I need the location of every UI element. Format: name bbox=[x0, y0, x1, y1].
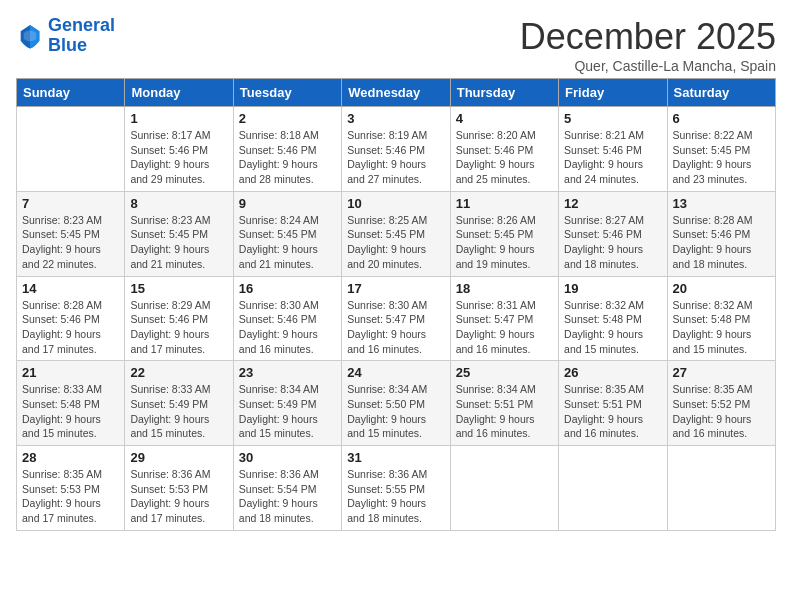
day-info: Sunrise: 8:34 AM Sunset: 5:49 PM Dayligh… bbox=[239, 382, 336, 441]
calendar-cell: 15 Sunrise: 8:29 AM Sunset: 5:46 PM Dayl… bbox=[125, 276, 233, 361]
calendar-week-row: 7 Sunrise: 8:23 AM Sunset: 5:45 PM Dayli… bbox=[17, 191, 776, 276]
calendar-cell: 31 Sunrise: 8:36 AM Sunset: 5:55 PM Dayl… bbox=[342, 446, 450, 531]
calendar-cell: 11 Sunrise: 8:26 AM Sunset: 5:45 PM Dayl… bbox=[450, 191, 558, 276]
day-number: 23 bbox=[239, 365, 336, 380]
day-info: Sunrise: 8:24 AM Sunset: 5:45 PM Dayligh… bbox=[239, 213, 336, 272]
day-info: Sunrise: 8:33 AM Sunset: 5:49 PM Dayligh… bbox=[130, 382, 227, 441]
calendar-cell: 27 Sunrise: 8:35 AM Sunset: 5:52 PM Dayl… bbox=[667, 361, 775, 446]
calendar-cell bbox=[450, 446, 558, 531]
day-info: Sunrise: 8:32 AM Sunset: 5:48 PM Dayligh… bbox=[673, 298, 770, 357]
day-number: 22 bbox=[130, 365, 227, 380]
day-info: Sunrise: 8:34 AM Sunset: 5:50 PM Dayligh… bbox=[347, 382, 444, 441]
day-info: Sunrise: 8:17 AM Sunset: 5:46 PM Dayligh… bbox=[130, 128, 227, 187]
day-info: Sunrise: 8:34 AM Sunset: 5:51 PM Dayligh… bbox=[456, 382, 553, 441]
calendar-cell: 23 Sunrise: 8:34 AM Sunset: 5:49 PM Dayl… bbox=[233, 361, 341, 446]
weekday-header: Monday bbox=[125, 79, 233, 107]
day-number: 16 bbox=[239, 281, 336, 296]
calendar-cell bbox=[667, 446, 775, 531]
day-number: 13 bbox=[673, 196, 770, 211]
day-number: 8 bbox=[130, 196, 227, 211]
day-info: Sunrise: 8:36 AM Sunset: 5:53 PM Dayligh… bbox=[130, 467, 227, 526]
day-number: 31 bbox=[347, 450, 444, 465]
day-number: 30 bbox=[239, 450, 336, 465]
day-info: Sunrise: 8:28 AM Sunset: 5:46 PM Dayligh… bbox=[22, 298, 119, 357]
calendar-week-row: 28 Sunrise: 8:35 AM Sunset: 5:53 PM Dayl… bbox=[17, 446, 776, 531]
weekday-header: Saturday bbox=[667, 79, 775, 107]
day-number: 17 bbox=[347, 281, 444, 296]
day-info: Sunrise: 8:35 AM Sunset: 5:53 PM Dayligh… bbox=[22, 467, 119, 526]
day-number: 21 bbox=[22, 365, 119, 380]
calendar-table: SundayMondayTuesdayWednesdayThursdayFrid… bbox=[16, 78, 776, 531]
day-number: 9 bbox=[239, 196, 336, 211]
day-number: 28 bbox=[22, 450, 119, 465]
day-info: Sunrise: 8:23 AM Sunset: 5:45 PM Dayligh… bbox=[130, 213, 227, 272]
day-number: 4 bbox=[456, 111, 553, 126]
day-info: Sunrise: 8:27 AM Sunset: 5:46 PM Dayligh… bbox=[564, 213, 661, 272]
day-number: 10 bbox=[347, 196, 444, 211]
day-info: Sunrise: 8:35 AM Sunset: 5:52 PM Dayligh… bbox=[673, 382, 770, 441]
calendar-cell bbox=[17, 107, 125, 192]
subtitle: Quer, Castille-La Mancha, Spain bbox=[520, 58, 776, 74]
calendar-cell: 20 Sunrise: 8:32 AM Sunset: 5:48 PM Dayl… bbox=[667, 276, 775, 361]
day-info: Sunrise: 8:30 AM Sunset: 5:46 PM Dayligh… bbox=[239, 298, 336, 357]
day-info: Sunrise: 8:25 AM Sunset: 5:45 PM Dayligh… bbox=[347, 213, 444, 272]
day-number: 11 bbox=[456, 196, 553, 211]
calendar-cell: 2 Sunrise: 8:18 AM Sunset: 5:46 PM Dayli… bbox=[233, 107, 341, 192]
logo-icon bbox=[16, 22, 44, 50]
calendar-cell: 19 Sunrise: 8:32 AM Sunset: 5:48 PM Dayl… bbox=[559, 276, 667, 361]
day-info: Sunrise: 8:36 AM Sunset: 5:54 PM Dayligh… bbox=[239, 467, 336, 526]
day-number: 27 bbox=[673, 365, 770, 380]
calendar-cell: 9 Sunrise: 8:24 AM Sunset: 5:45 PM Dayli… bbox=[233, 191, 341, 276]
day-info: Sunrise: 8:22 AM Sunset: 5:45 PM Dayligh… bbox=[673, 128, 770, 187]
calendar-cell: 26 Sunrise: 8:35 AM Sunset: 5:51 PM Dayl… bbox=[559, 361, 667, 446]
day-number: 20 bbox=[673, 281, 770, 296]
calendar-cell: 22 Sunrise: 8:33 AM Sunset: 5:49 PM Dayl… bbox=[125, 361, 233, 446]
calendar-cell: 4 Sunrise: 8:20 AM Sunset: 5:46 PM Dayli… bbox=[450, 107, 558, 192]
weekday-header: Thursday bbox=[450, 79, 558, 107]
calendar-cell: 8 Sunrise: 8:23 AM Sunset: 5:45 PM Dayli… bbox=[125, 191, 233, 276]
weekday-header: Sunday bbox=[17, 79, 125, 107]
day-info: Sunrise: 8:33 AM Sunset: 5:48 PM Dayligh… bbox=[22, 382, 119, 441]
day-info: Sunrise: 8:26 AM Sunset: 5:45 PM Dayligh… bbox=[456, 213, 553, 272]
calendar-cell: 1 Sunrise: 8:17 AM Sunset: 5:46 PM Dayli… bbox=[125, 107, 233, 192]
day-number: 5 bbox=[564, 111, 661, 126]
day-number: 14 bbox=[22, 281, 119, 296]
day-number: 29 bbox=[130, 450, 227, 465]
calendar-cell bbox=[559, 446, 667, 531]
day-number: 12 bbox=[564, 196, 661, 211]
calendar-cell: 5 Sunrise: 8:21 AM Sunset: 5:46 PM Dayli… bbox=[559, 107, 667, 192]
day-info: Sunrise: 8:30 AM Sunset: 5:47 PM Dayligh… bbox=[347, 298, 444, 357]
day-info: Sunrise: 8:18 AM Sunset: 5:46 PM Dayligh… bbox=[239, 128, 336, 187]
calendar-cell: 25 Sunrise: 8:34 AM Sunset: 5:51 PM Dayl… bbox=[450, 361, 558, 446]
day-number: 26 bbox=[564, 365, 661, 380]
page-header: General Blue December 2025 Quer, Castill… bbox=[16, 16, 776, 74]
calendar-cell: 17 Sunrise: 8:30 AM Sunset: 5:47 PM Dayl… bbox=[342, 276, 450, 361]
calendar-cell: 14 Sunrise: 8:28 AM Sunset: 5:46 PM Dayl… bbox=[17, 276, 125, 361]
calendar-cell: 24 Sunrise: 8:34 AM Sunset: 5:50 PM Dayl… bbox=[342, 361, 450, 446]
day-number: 6 bbox=[673, 111, 770, 126]
calendar-cell: 13 Sunrise: 8:28 AM Sunset: 5:46 PM Dayl… bbox=[667, 191, 775, 276]
calendar-week-row: 1 Sunrise: 8:17 AM Sunset: 5:46 PM Dayli… bbox=[17, 107, 776, 192]
calendar-cell: 6 Sunrise: 8:22 AM Sunset: 5:45 PM Dayli… bbox=[667, 107, 775, 192]
weekday-header: Wednesday bbox=[342, 79, 450, 107]
weekday-header: Friday bbox=[559, 79, 667, 107]
day-number: 18 bbox=[456, 281, 553, 296]
day-number: 25 bbox=[456, 365, 553, 380]
day-info: Sunrise: 8:20 AM Sunset: 5:46 PM Dayligh… bbox=[456, 128, 553, 187]
day-info: Sunrise: 8:35 AM Sunset: 5:51 PM Dayligh… bbox=[564, 382, 661, 441]
logo-line1: General bbox=[48, 15, 115, 35]
calendar-cell: 28 Sunrise: 8:35 AM Sunset: 5:53 PM Dayl… bbox=[17, 446, 125, 531]
calendar-cell: 21 Sunrise: 8:33 AM Sunset: 5:48 PM Dayl… bbox=[17, 361, 125, 446]
logo-line2: Blue bbox=[48, 35, 87, 55]
calendar-cell: 30 Sunrise: 8:36 AM Sunset: 5:54 PM Dayl… bbox=[233, 446, 341, 531]
calendar-cell: 3 Sunrise: 8:19 AM Sunset: 5:46 PM Dayli… bbox=[342, 107, 450, 192]
day-info: Sunrise: 8:28 AM Sunset: 5:46 PM Dayligh… bbox=[673, 213, 770, 272]
calendar-cell: 7 Sunrise: 8:23 AM Sunset: 5:45 PM Dayli… bbox=[17, 191, 125, 276]
day-info: Sunrise: 8:19 AM Sunset: 5:46 PM Dayligh… bbox=[347, 128, 444, 187]
day-info: Sunrise: 8:31 AM Sunset: 5:47 PM Dayligh… bbox=[456, 298, 553, 357]
day-info: Sunrise: 8:32 AM Sunset: 5:48 PM Dayligh… bbox=[564, 298, 661, 357]
day-number: 1 bbox=[130, 111, 227, 126]
calendar-cell: 16 Sunrise: 8:30 AM Sunset: 5:46 PM Dayl… bbox=[233, 276, 341, 361]
weekday-header-row: SundayMondayTuesdayWednesdayThursdayFrid… bbox=[17, 79, 776, 107]
day-number: 3 bbox=[347, 111, 444, 126]
